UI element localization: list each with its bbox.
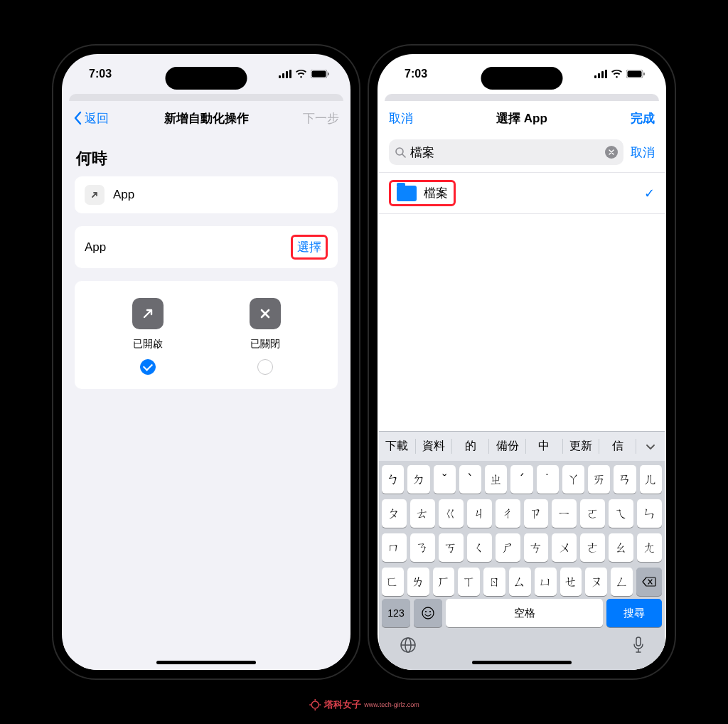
nav-bar: 返回 新增自動化操作 下一步 [63,101,349,135]
cellular-icon [279,70,291,78]
key[interactable]: ㄘ [524,533,549,562]
suggestion-item[interactable]: 更新 [563,439,600,454]
sheet-choose-app: 取消 選擇 App 完成 取消 [379,101,665,670]
key[interactable]: ㄋ [410,533,435,562]
key[interactable]: ㄕ [496,533,520,562]
suggestion-item[interactable]: 備份 [489,439,526,454]
key[interactable]: ㄤ [637,533,662,562]
suggestion-item[interactable]: 下載 [379,439,416,454]
choose-button[interactable]: 選擇 [297,240,321,254]
option-closed-radio[interactable] [257,359,273,375]
chevron-left-icon [73,111,82,125]
key[interactable]: ㄓ [485,465,507,494]
key[interactable]: ˊ [510,465,532,494]
key[interactable]: ㄙ [509,568,531,596]
key[interactable]: ㄨ [552,533,577,562]
nav-back-button[interactable]: 返回 [73,110,123,127]
clear-search-button[interactable] [605,146,618,159]
key[interactable]: ㄚ [562,465,584,494]
folder-icon [397,186,417,201]
search-field[interactable] [389,139,623,165]
suggestion-item[interactable]: 資料 [416,439,453,454]
key[interactable]: ㄩ [535,568,557,596]
key[interactable]: ㄔ [496,499,520,528]
key[interactable]: ㄌ [407,568,429,596]
home-indicator[interactable] [156,661,256,664]
key-123[interactable]: 123 [382,599,410,627]
svg-rect-5 [312,71,326,78]
key[interactable]: ˋ [459,465,481,494]
key[interactable]: ㄉ [407,465,429,494]
option-closed[interactable]: 已關閉 [223,298,308,375]
app-select-row[interactable]: App 選擇 [75,226,338,268]
watermark-text: 塔科女子 [324,698,361,711]
globe-icon[interactable] [399,636,417,654]
phone-right: 7:03 取消 選擇 App 完成 [369,46,675,678]
nav-cancel-button[interactable]: 取消 [389,110,439,127]
key[interactable]: ㄠ [609,533,633,562]
screen-right: 7:03 取消 選擇 App 完成 [378,54,666,670]
key-space[interactable]: 空格 [446,599,603,627]
key[interactable]: ㄞ [588,465,610,494]
svg-rect-11 [605,70,607,78]
x-icon [609,149,614,155]
nav-next-label: 下一步 [303,110,339,127]
key[interactable]: ㄎ [439,533,464,562]
key[interactable]: ㄧ [552,499,577,528]
suggestion-item[interactable]: 中 [526,439,563,454]
watermark-icon [309,698,321,711]
option-opened[interactable]: 已開啟 [105,298,191,375]
battery-icon [626,70,645,78]
key[interactable]: ㄣ [637,499,662,528]
watermark-sub: www.tech-girlz.com [364,701,419,708]
svg-rect-14 [643,73,645,75]
home-indicator[interactable] [472,661,572,664]
key[interactable]: ㄡ [585,568,607,596]
key[interactable]: ㄛ [580,499,605,528]
result-row-files[interactable]: 檔案 ✓ [379,173,665,214]
option-opened-radio[interactable] [140,359,156,375]
key[interactable]: ㄏ [433,568,455,596]
key[interactable]: ㄑ [467,533,492,562]
svg-rect-13 [628,71,642,78]
watermark: 塔科女子 www.tech-girlz.com [309,698,419,711]
suggestion-item[interactable]: 的 [452,439,489,454]
key-emoji[interactable] [414,599,442,627]
suggestion-toggle[interactable] [636,443,665,450]
key[interactable]: ㄇ [382,533,407,562]
svg-point-18 [425,611,427,612]
key[interactable]: ㄜ [580,533,605,562]
key[interactable]: ㄖ [483,568,505,596]
key[interactable]: ㄟ [609,499,633,528]
key[interactable]: ㄥ [611,568,633,596]
keyboard-row: ㄆㄊㄍㄐㄔㄗㄧㄛㄟㄣ [382,499,662,528]
status-icons [279,70,329,78]
key-delete[interactable] [636,568,662,596]
key[interactable]: ㄝ [560,568,582,596]
key[interactable]: ㄈ [382,568,404,596]
key[interactable]: ㄊ [410,499,435,528]
status-time: 7:03 [89,68,112,80]
svg-rect-6 [328,73,329,75]
key[interactable]: ˇ [434,465,456,494]
svg-line-16 [402,154,405,157]
key-search[interactable]: 搜尋 [606,599,662,627]
nav-done-button[interactable]: 完成 [605,110,655,127]
key[interactable]: ㄒ [458,568,480,596]
key[interactable]: ㄅ [382,465,404,494]
suggestion-item[interactable]: 信 [599,439,636,454]
search-cancel-button[interactable]: 取消 [631,144,655,161]
key[interactable]: ㄗ [524,499,549,528]
keyboard-row: ㄇㄋㄎㄑㄕㄘㄨㄜㄠㄤ [382,533,662,562]
key[interactable]: ㄦ [640,465,662,494]
delete-icon [642,577,656,587]
key[interactable]: ㄆ [382,499,407,528]
key[interactable]: ˙ [537,465,559,494]
key[interactable]: ㄍ [439,499,464,528]
app-trigger-card: App [75,176,338,213]
search-input[interactable] [410,145,601,159]
key[interactable]: ㄢ [614,465,636,494]
key[interactable]: ㄐ [467,499,492,528]
nav-next-button[interactable]: 下一步 [289,110,339,127]
mic-icon[interactable] [632,636,645,654]
